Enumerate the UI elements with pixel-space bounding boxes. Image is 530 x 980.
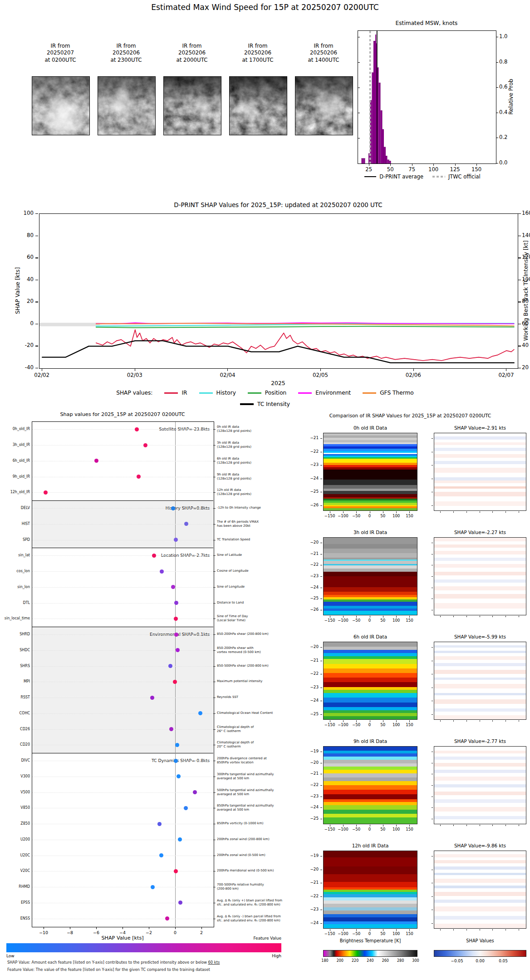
y-tick-right — [432, 576, 433, 577]
shap-value-label: SHAP Value=-9.86 kts — [434, 843, 526, 848]
y-tick — [320, 910, 322, 910]
x-tick-label: 150 — [402, 514, 417, 518]
x-tick-right — [519, 929, 519, 931]
y-tick-right — [432, 763, 433, 763]
y-tick-right — [432, 807, 433, 808]
x-tick — [396, 720, 397, 722]
heatmap-title: 9h old IR Data — [323, 738, 417, 744]
shap-value-label: SHAP Value=-5.99 kts — [434, 634, 526, 639]
y-tick-label: −20 — [304, 867, 319, 871]
x-tick — [343, 825, 344, 827]
x-tick-right — [453, 929, 454, 931]
y-tick-right — [432, 688, 433, 688]
bt-colorbar — [323, 950, 417, 957]
x-tick-right — [480, 511, 480, 513]
y-tick-right — [432, 565, 433, 565]
x-tick — [409, 720, 410, 722]
shap-colorbar-title: SHAP Values — [434, 938, 526, 943]
y-tick — [320, 492, 322, 492]
y-tick-label: −20 — [304, 760, 319, 765]
y-tick-label: −25 — [304, 712, 319, 716]
ir-heatmap-panel — [323, 746, 417, 824]
y-tick — [320, 797, 322, 797]
x-tick — [330, 825, 330, 827]
y-tick — [320, 883, 322, 883]
y-tick — [320, 870, 322, 870]
y-tick-right — [432, 870, 433, 870]
x-tick-right — [466, 511, 467, 513]
y-tick — [320, 774, 322, 774]
x-tick — [343, 929, 344, 931]
y-tick-right — [432, 910, 433, 910]
x-tick — [370, 929, 370, 931]
x-tick-right — [505, 511, 506, 513]
bt-tick-label: 200 — [334, 959, 346, 963]
bt-tick-label: 240 — [364, 959, 377, 963]
x-tick-right — [492, 616, 493, 617]
x-tick — [356, 720, 357, 722]
y-tick-label: −22 — [304, 562, 319, 567]
y-tick-label: −22 — [304, 449, 319, 454]
x-tick-right — [492, 825, 493, 826]
x-tick — [343, 511, 344, 513]
x-tick-right — [453, 511, 454, 513]
bt-tick-label: 300 — [409, 959, 422, 963]
bt-tick-label: 220 — [349, 959, 362, 963]
x-tick — [343, 720, 344, 722]
y-tick-right — [432, 438, 433, 439]
x-tick-right — [453, 720, 454, 722]
y-tick-label: −24 — [304, 698, 319, 703]
y-tick — [320, 576, 322, 577]
y-tick-label: −25 — [304, 816, 319, 821]
x-tick — [356, 825, 357, 827]
x-tick — [383, 825, 383, 827]
shap-value-label: SHAP Value=-2.91 kts — [434, 425, 526, 431]
y-tick-right — [432, 505, 433, 506]
x-tick-right — [505, 616, 506, 617]
y-tick — [320, 452, 322, 452]
y-tick — [320, 807, 322, 808]
y-tick — [320, 752, 322, 752]
y-tick-label: −21 — [304, 771, 319, 776]
shap-tick-label: −0.05 — [447, 959, 467, 963]
x-tick — [370, 511, 370, 513]
x-tick-right — [505, 929, 506, 931]
x-tick-right — [466, 616, 467, 617]
y-tick — [320, 543, 322, 543]
x-tick — [409, 511, 410, 513]
y-tick-right — [432, 714, 433, 715]
x-tick-right — [440, 720, 441, 722]
y-tick-right — [432, 785, 433, 786]
y-tick-right — [432, 543, 433, 543]
bt-tick-label: 180 — [319, 959, 331, 963]
x-tick-label: 150 — [402, 931, 417, 936]
y-tick-label: −23 — [304, 462, 319, 467]
y-tick — [320, 505, 322, 506]
y-tick — [320, 785, 322, 786]
x-tick-right — [466, 929, 467, 931]
x-tick-right — [505, 825, 506, 826]
x-tick — [356, 616, 357, 618]
y-tick-label: −23 — [304, 685, 319, 689]
x-tick — [330, 720, 330, 722]
y-tick-label: −26 — [304, 607, 319, 612]
x-tick-right — [466, 825, 467, 826]
x-tick — [383, 511, 383, 513]
x-tick — [409, 929, 410, 931]
y-tick — [320, 465, 322, 465]
x-tick-right — [440, 825, 441, 826]
bt-tick-label: 280 — [394, 959, 407, 963]
x-tick-right — [480, 616, 480, 617]
x-tick-right — [519, 825, 519, 826]
y-tick-label: −24 — [304, 476, 319, 480]
ir-heatmap-panel — [323, 642, 417, 720]
y-tick-label: −21 — [304, 658, 319, 663]
x-tick-right — [519, 616, 519, 617]
x-tick-right — [519, 720, 519, 722]
y-tick — [320, 896, 322, 897]
x-tick — [409, 825, 410, 827]
ir-heatmap-panel — [323, 537, 417, 615]
heatmap-title: 0h old IR Data — [323, 425, 417, 431]
x-tick — [370, 825, 370, 827]
y-tick-label: −26 — [304, 503, 319, 507]
